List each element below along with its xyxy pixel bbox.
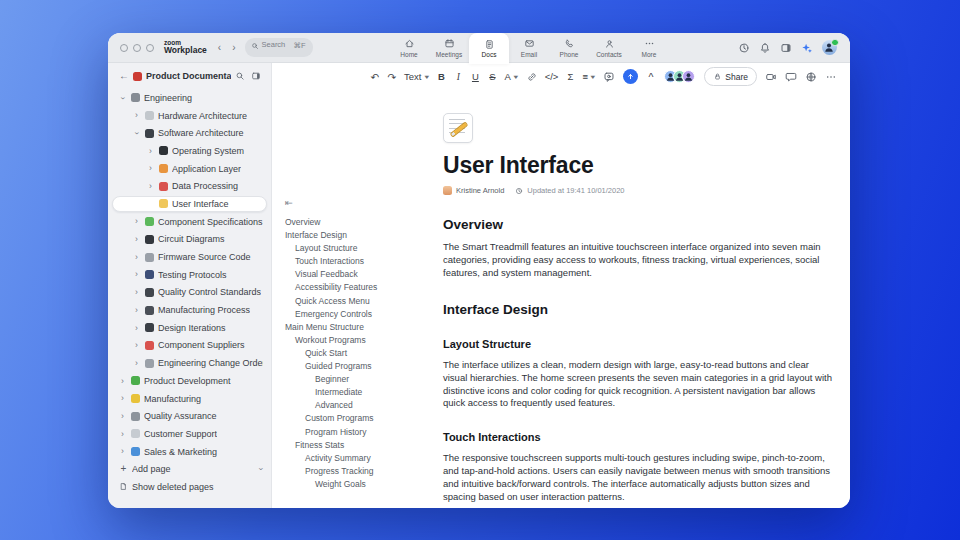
outline-item-overview[interactable]: Overview bbox=[285, 216, 437, 229]
strikethrough-button[interactable]: S bbox=[484, 68, 500, 85]
outline-item-layout-structure[interactable]: Layout Structure bbox=[285, 242, 437, 255]
outline-item-workout-programs[interactable]: Workout Programs bbox=[285, 334, 437, 347]
sidebar-item-operating-system[interactable]: ›Operating System bbox=[108, 142, 271, 160]
chevron-right-icon[interactable]: › bbox=[132, 359, 141, 368]
sidebar-item-application-layer[interactable]: ›Application Layer bbox=[108, 160, 271, 178]
outline-item-visual-feedback[interactable]: Visual Feedback bbox=[285, 268, 437, 281]
bell-icon[interactable] bbox=[759, 42, 771, 54]
collapse-toolbar-button[interactable]: ^ bbox=[643, 68, 659, 85]
sidebar-search-icon[interactable] bbox=[235, 71, 245, 81]
outline-item-fitness-stats[interactable]: Fitness Stats bbox=[285, 439, 437, 452]
chevron-right-icon[interactable]: › bbox=[118, 394, 127, 403]
outline-item-progress-tracking[interactable]: Progress Tracking bbox=[285, 465, 437, 478]
tab-email[interactable]: Email bbox=[509, 33, 549, 63]
outline-item-weight-goals[interactable]: Weight Goals bbox=[285, 478, 437, 491]
chevron-down-icon[interactable]: › bbox=[257, 468, 267, 471]
formula-button[interactable]: Σ bbox=[562, 68, 578, 85]
panel-icon[interactable] bbox=[780, 42, 792, 54]
tab-home[interactable]: Home bbox=[389, 33, 429, 63]
outline-item-quick-start[interactable]: Quick Start bbox=[285, 347, 437, 360]
bold-button[interactable]: B bbox=[433, 68, 449, 85]
sidebar-item-hardware-architecture[interactable]: ›Hardware Architecture bbox=[108, 107, 271, 125]
user-avatar[interactable] bbox=[822, 40, 837, 55]
outline-item-emergency-controls[interactable]: Emergency Controls bbox=[285, 308, 437, 321]
sidebar-item-customer-support[interactable]: ›Customer Support bbox=[108, 425, 271, 443]
italic-button[interactable]: I bbox=[450, 68, 466, 85]
chevron-right-icon[interactable]: › bbox=[132, 253, 141, 262]
chevron-right-icon[interactable]: › bbox=[146, 182, 155, 191]
more-options-icon[interactable] bbox=[825, 71, 837, 83]
outline-item-guided-programs[interactable]: Guided Programs bbox=[285, 360, 437, 373]
ai-companion-button[interactable] bbox=[623, 69, 638, 84]
sidebar-panel-icon[interactable] bbox=[251, 71, 261, 81]
chevron-right-icon[interactable]: › bbox=[132, 324, 141, 333]
sidebar-item-product-development[interactable]: ›Product Development bbox=[108, 372, 271, 390]
chevron-right-icon[interactable]: › bbox=[146, 164, 155, 173]
tab-meetings[interactable]: Meetings bbox=[429, 33, 469, 63]
chevron-right-icon[interactable]: › bbox=[132, 235, 141, 244]
tab-docs[interactable]: Docs bbox=[469, 33, 509, 64]
chevron-down-icon[interactable]: › bbox=[118, 93, 127, 102]
outline-item-intermediate[interactable]: Intermediate bbox=[285, 386, 437, 399]
sidebar-item-software-architecture[interactable]: ›Software Architecture bbox=[108, 124, 271, 142]
outline-item-accessibility-features[interactable]: Accessibility Features bbox=[285, 281, 437, 294]
minimize-button[interactable] bbox=[133, 44, 141, 52]
outline-item-advanced[interactable]: Advanced bbox=[285, 399, 437, 412]
sidebar-item-manufacturing[interactable]: ›Manufacturing bbox=[108, 390, 271, 408]
chevron-right-icon[interactable]: › bbox=[118, 430, 127, 439]
outline-item-custom-programs[interactable]: Custom Programs bbox=[285, 412, 437, 425]
sidebar-item-quality-assurance[interactable]: ›Quality Assurance bbox=[108, 407, 271, 425]
share-button[interactable]: Share bbox=[704, 67, 757, 86]
sidebar-item-engineering-change-orders[interactable]: ›Engineering Change Orders bbox=[108, 354, 271, 372]
tab-phone[interactable]: Phone bbox=[549, 33, 589, 63]
ai-sparkle-icon[interactable] bbox=[801, 42, 813, 54]
history-icon[interactable] bbox=[738, 42, 750, 54]
chevron-right-icon[interactable]: › bbox=[132, 270, 141, 279]
sidebar-item-engineering[interactable]: ›Engineering bbox=[108, 89, 271, 107]
format-dropdown[interactable]: Text▼ bbox=[401, 68, 432, 85]
maximize-button[interactable] bbox=[146, 44, 154, 52]
chevron-right-icon[interactable]: › bbox=[118, 377, 127, 386]
chat-bubble-icon[interactable] bbox=[785, 71, 797, 83]
outline-item-touch-interactions[interactable]: Touch Interactions bbox=[285, 255, 437, 268]
nav-forward-button[interactable]: › bbox=[232, 43, 235, 53]
tab-more[interactable]: More bbox=[629, 33, 669, 63]
sidebar-item-sales-marketing[interactable]: ›Sales & Marketing bbox=[108, 443, 271, 461]
document-scroll-area[interactable]: ⇤ OverviewInterface DesignLayout Structu… bbox=[272, 90, 850, 508]
redo-button[interactable]: ↷ bbox=[384, 68, 400, 85]
global-search-input[interactable]: Search ⌘F bbox=[245, 38, 313, 57]
code-button[interactable]: </> bbox=[542, 68, 562, 85]
outline-item-interface-design[interactable]: Interface Design bbox=[285, 229, 437, 242]
chevron-right-icon[interactable]: › bbox=[132, 111, 141, 120]
tab-contacts[interactable]: Contacts bbox=[589, 33, 629, 63]
collapse-outline-icon[interactable]: ⇤ bbox=[285, 197, 437, 208]
sidebar-item-circuit-diagrams[interactable]: ›Circuit Diagrams bbox=[108, 231, 271, 249]
sidebar-item-quality-control-standards[interactable]: ›Quality Control Standards bbox=[108, 284, 271, 302]
outline-item-program-history[interactable]: Program History bbox=[285, 426, 437, 439]
outline-item-beginner[interactable]: Beginner bbox=[285, 373, 437, 386]
close-button[interactable] bbox=[120, 44, 128, 52]
outline-item-main-menu-structure[interactable]: Main Menu Structure bbox=[285, 321, 437, 334]
chevron-right-icon[interactable]: › bbox=[132, 341, 141, 350]
add-page-button[interactable]: + Add page › bbox=[108, 460, 271, 478]
link-button[interactable] bbox=[523, 68, 541, 85]
chevron-right-icon[interactable]: › bbox=[132, 217, 141, 226]
text-color-dropdown[interactable]: A▼ bbox=[501, 68, 521, 85]
show-deleted-pages-button[interactable]: Show deleted pages bbox=[108, 478, 271, 496]
chevron-right-icon[interactable]: › bbox=[118, 412, 127, 421]
outline-item-quick-access-menu[interactable]: Quick Access Menu bbox=[285, 295, 437, 308]
collaborator-avatar-3[interactable] bbox=[682, 70, 695, 83]
chevron-down-icon[interactable]: › bbox=[132, 129, 141, 138]
sidebar-item-testing-protocols[interactable]: ›Testing Protocols bbox=[108, 266, 271, 284]
undo-button[interactable]: ↶ bbox=[367, 68, 383, 85]
chevron-right-icon[interactable]: › bbox=[132, 306, 141, 315]
globe-icon[interactable] bbox=[805, 71, 817, 83]
sidebar-item-component-specifications[interactable]: ›Component Specifications bbox=[108, 213, 271, 231]
sidebar-item-manufacturing-process[interactable]: ›Manufacturing Process bbox=[108, 301, 271, 319]
sidebar-item-component-suppliers[interactable]: ›Component Suppliers bbox=[108, 337, 271, 355]
sidebar-item-user-interface[interactable]: ›User Interface bbox=[108, 195, 271, 213]
comment-button[interactable] bbox=[600, 68, 618, 85]
underline-button[interactable]: U bbox=[467, 68, 483, 85]
align-dropdown[interactable]: ≡▼ bbox=[579, 68, 599, 85]
chevron-right-icon[interactable]: › bbox=[146, 147, 155, 156]
